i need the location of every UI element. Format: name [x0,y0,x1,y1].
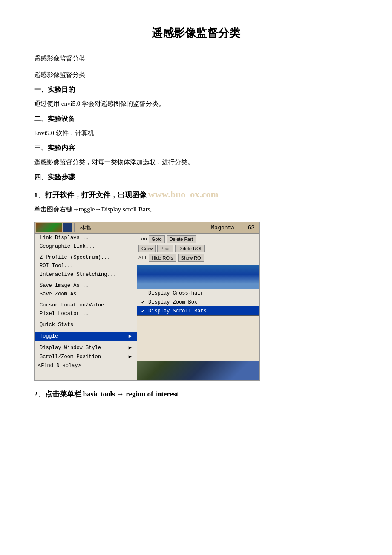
section3-body: 遥感影像监督分类，对每一类物体添加选取，进行分类。 [34,157,358,168]
screenshot-divider [74,223,75,232]
menu-display-window-style[interactable]: Display Window Style▶ [35,343,137,352]
screenshot-bottom: <Find Display> [35,361,259,380]
roi-delete-part-button[interactable]: Delete Part [167,235,196,243]
submenu-display-zoom-box[interactable]: ✔ Display Zoom Box [137,298,259,306]
submenu-display-scroll-bars[interactable]: ✔ Display Scroll Bars [137,306,259,315]
watermark: www.buooox.com [148,189,219,199]
menu-cursor-location[interactable]: Cursor Location/Value... [35,301,137,309]
menu-roi-tool[interactable]: ROI Tool... [35,262,137,270]
roi-label-ion: ion [138,237,147,242]
roi-hide-rois-button[interactable]: Hide ROIs [149,254,176,262]
subtitle1: 遥感影像监督分类 [34,53,358,64]
menu-interactive-stretching[interactable]: Interactive Stretching... [35,270,137,279]
roi-grow-button[interactable]: Grow [138,245,156,252]
step1-heading: 1、打开软件，打开文件，出现图像 www.buooox.com [34,189,358,200]
section4-heading: 四、实验步骤 [34,173,358,182]
subtitle2: 遥感影像监督分类 [34,69,358,81]
menu-save-image[interactable]: Save Image As... [35,281,137,290]
section1-body: 通过使用 envi5.0 学会对遥感图像的监督分类。 [34,98,358,110]
menu-z-profile[interactable]: Z Profile (Spectrum)... [35,253,137,262]
menu-save-zoom[interactable]: Save Zoom As... [35,290,137,298]
screenshot-blue-block [63,223,72,232]
roi-show-ro-button[interactable]: Show RO [178,254,204,262]
section1-heading: 一、实验目的 [34,85,358,94]
menu-link-displays[interactable]: Link Displays... [35,234,137,242]
screenshot-topbar-magenta: Magenta 62 [208,225,258,231]
roi-delete-roi-button[interactable]: Delete ROI [175,245,204,252]
menu-geographic-link[interactable]: Geographic Link... [35,242,137,251]
roi-label-all: All [138,255,147,260]
section2-body: Envi5.0 软件，计算机 [34,128,358,139]
submenu-crosshair-label: Display Cross-hair [148,290,204,296]
roi-pixel-button[interactable]: Pixel [157,245,173,252]
roi-row-3: All Hide ROIs Show RO [138,254,258,262]
section2-heading: 二、实验设备 [34,115,358,124]
step1-instruction: 单击图像右键→toggle→Display scroll Bars。 [34,204,358,215]
menu-quick-stats[interactable]: Quick Stats... [35,321,137,329]
zoom-box-check: ✔ [141,299,147,305]
find-display-label: <Find Display> [38,363,81,369]
submenu-zoom-box-label: Display Zoom Box [148,299,197,305]
screenshot-menu: Link Displays... Geographic Link... Z Pr… [35,234,137,361]
roi-row-1: ion Goto Delete Part [138,235,258,243]
menu-toggle[interactable]: Toggle▶ [35,332,137,341]
screenshot-submenu: Display Cross-hair ✔ Display Zoom Box ✔ … [137,289,259,316]
section3-heading: 三、实验内容 [34,144,358,153]
submenu-display-crosshair[interactable]: Display Cross-hair [137,289,259,298]
menu-scroll-zoom-position[interactable]: Scroll/Zoom Position▶ [35,352,137,361]
screenshot-thumbnail [36,223,62,232]
step2-heading: 2、点击菜单栏 basic tools → region of interest [34,389,358,399]
crosshair-check [141,290,147,296]
roi-goto-button[interactable]: Goto [149,235,165,243]
screenshot-image: 林地 Magenta 62 Link Displays... Geographi… [34,222,260,381]
submenu-scroll-bars-label: Display Scroll Bars [148,308,207,314]
page-title: 遥感影像监督分类 [34,26,358,40]
scroll-bars-check: ✔ [141,308,147,314]
screenshot-topbar: 林地 Magenta 62 [35,222,259,234]
screenshot-blue-image [137,265,259,289]
roi-buttons-area: ion Goto Delete Part Grow Pixel Delete R… [137,234,259,265]
screenshot-content: Link Displays... Geographic Link... Z Pr… [35,234,259,361]
screenshot-topbar-label: 林地 [76,224,94,231]
screenshot-find-display[interactable]: <Find Display> [35,361,137,380]
screenshot-right: ion Goto Delete Part Grow Pixel Delete R… [137,234,259,361]
menu-pixel-locator[interactable]: Pixel Locator... [35,309,137,318]
roi-row-2: Grow Pixel Delete ROI [138,245,258,252]
screenshot-bottom-image [137,361,259,380]
